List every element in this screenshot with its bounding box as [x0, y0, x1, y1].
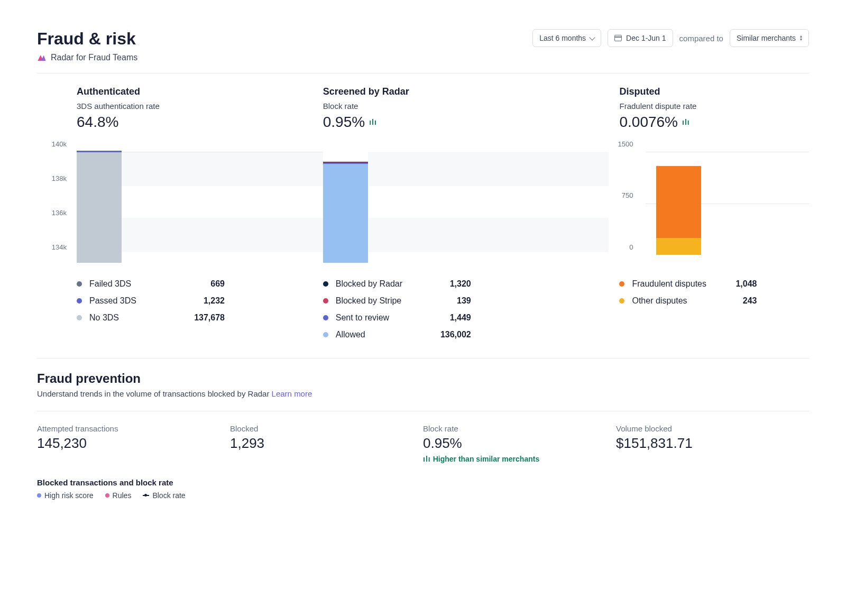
- stat-value: 1,293: [230, 435, 423, 452]
- blocked-legend: Blocked transactions and block rate High…: [37, 478, 809, 500]
- trend-up-icon: ılı: [682, 118, 690, 126]
- y-tick: 140k: [37, 140, 67, 148]
- divider: [37, 73, 809, 73]
- legend-dot: [37, 493, 41, 498]
- stat-attempted: Attempted transactions 145,230: [37, 424, 230, 463]
- chart-disputed: 15007500 Fraudulent disputes1,048Other d…: [609, 136, 809, 309]
- mini-legend-title: Blocked transactions and block rate: [37, 478, 809, 487]
- mini-legend-item: Block rate: [143, 491, 185, 500]
- metric-title: Disputed: [619, 86, 809, 97]
- y-tick: 0: [609, 243, 633, 251]
- metric-title: Screened by Radar: [323, 86, 609, 97]
- legend-line-icon: [143, 495, 149, 496]
- legend-value: 1,449: [450, 313, 471, 323]
- legend-dot: [323, 298, 328, 304]
- stat-value: 145,230: [37, 435, 230, 452]
- legend-value: 1,320: [450, 279, 471, 289]
- y-tick: 1500: [609, 140, 633, 148]
- bar-stack: [323, 162, 368, 263]
- legend-label: Block rate: [152, 491, 185, 500]
- title-block: Fraud & risk Radar for Fraud Teams: [37, 29, 137, 62]
- fraud-prevention-header: Fraud prevention Understand trends in th…: [37, 371, 809, 398]
- stat-note: ılıHigher than similar merchants: [423, 455, 616, 463]
- learn-more-link[interactable]: Learn more: [272, 389, 312, 398]
- metric-value: 64.8%: [77, 114, 323, 131]
- legend-row: Sent to review1,449: [323, 309, 492, 326]
- charts-row: 140k138k136k134k Failed 3DS669Passed 3DS…: [37, 136, 809, 343]
- metric-subtitle: Fradulent dispute rate: [619, 102, 809, 111]
- legend-value: 137,678: [194, 313, 225, 323]
- compared-to-label: compared to: [679, 34, 723, 43]
- calendar-icon: [614, 35, 622, 41]
- legend-row: No 3DS137,678: [77, 309, 246, 326]
- comparison-label: Similar merchants: [737, 34, 796, 42]
- date-range-selector[interactable]: Dec 1-Jun 1: [608, 29, 673, 47]
- metric-screened: Screened by Radar Block rate 0.95%ılı: [323, 86, 609, 131]
- bar-segment: [77, 152, 122, 263]
- bar-segment: [656, 238, 701, 255]
- chevron-down-icon: [589, 34, 595, 40]
- legend-label: Fraudulent disputes: [632, 279, 706, 289]
- legend-label: High risk score: [44, 491, 94, 500]
- legend-disputed: Fraudulent disputes1,048Other disputes24…: [619, 275, 809, 309]
- legend-dot: [77, 298, 82, 304]
- metric-subtitle: 3DS authentication rate: [77, 102, 323, 111]
- legend-dot: [323, 332, 328, 337]
- legend-row: Blocked by Stripe139: [323, 292, 492, 309]
- legend-label: Other disputes: [632, 296, 687, 306]
- stat-value: $151,831.71: [616, 435, 809, 452]
- legend-row: Failed 3DS669: [77, 275, 246, 292]
- stat-value: 0.95%: [423, 435, 616, 452]
- legend-value: 669: [210, 279, 225, 289]
- legend-row: Passed 3DS1,232: [77, 292, 246, 309]
- section-subtitle: Understand trends in the volume of trans…: [37, 389, 809, 398]
- bar-segment: [323, 164, 368, 263]
- trend-up-icon: ılı: [369, 118, 377, 126]
- radar-icon: [37, 53, 47, 62]
- legend-screened: Blocked by Radar1,320Blocked by Stripe13…: [323, 275, 609, 343]
- legend-value: 1,232: [204, 296, 225, 306]
- legend-label: Failed 3DS: [89, 279, 131, 289]
- legend-value: 136,002: [440, 330, 471, 339]
- legend-dot: [323, 281, 328, 287]
- metric-subtitle: Block rate: [323, 102, 609, 111]
- divider: [37, 358, 809, 358]
- legend-dot: [77, 315, 82, 320]
- y-tick: 134k: [37, 243, 67, 251]
- legend-row: Fraudulent disputes1,048: [619, 275, 778, 292]
- period-selector[interactable]: Last 6 months: [532, 29, 601, 47]
- bar-stack: [656, 166, 701, 255]
- chart-canvas-authenticated: [77, 136, 323, 263]
- mini-legend-item: High risk score: [37, 491, 94, 500]
- legend-row: Allowed136,002: [323, 326, 492, 343]
- legend-dot: [323, 315, 328, 320]
- legend-label: Rules: [113, 491, 132, 500]
- stat-label: Attempted transactions: [37, 424, 230, 433]
- legend-row: Other disputes243: [619, 292, 778, 309]
- y-axis-left: 140k138k136k134k: [37, 136, 74, 263]
- date-range-label: Dec 1-Jun 1: [626, 34, 666, 42]
- legend-label: Blocked by Radar: [336, 279, 402, 289]
- stat-blocked: Blocked 1,293: [230, 424, 423, 463]
- legend-authenticated: Failed 3DS669Passed 3DS1,232No 3DS137,67…: [77, 275, 323, 326]
- prevention-stats: Attempted transactions 145,230 Blocked 1…: [37, 411, 809, 463]
- metric-authenticated: Authenticated 3DS authentication rate 64…: [37, 86, 323, 131]
- y-tick: 136k: [37, 209, 67, 217]
- subtitle-row: Radar for Fraud Teams: [37, 53, 137, 62]
- stat-block-rate: Block rate 0.95% ılıHigher than similar …: [423, 424, 616, 463]
- metric-value: 0.0076%ılı: [619, 114, 809, 131]
- legend-label: Allowed: [336, 330, 365, 339]
- y-tick: 138k: [37, 174, 67, 182]
- legend-dot: [619, 281, 624, 287]
- mini-legend-item: Rules: [105, 491, 132, 500]
- stat-volume-blocked: Volume blocked $151,831.71: [616, 424, 809, 463]
- comparison-selector[interactable]: Similar merchants ▴▾: [730, 29, 809, 47]
- bar-stack: [77, 151, 122, 263]
- mini-legend-items: High risk scoreRulesBlock rate: [37, 491, 809, 500]
- legend-dot: [77, 281, 82, 287]
- header-controls: Last 6 months Dec 1-Jun 1 compared to Si…: [532, 29, 809, 47]
- y-axis-disputed: 15007500: [609, 136, 640, 263]
- metric-disputed: Disputed Fradulent dispute rate 0.0076%ı…: [609, 86, 809, 131]
- legend-label: No 3DS: [89, 313, 119, 323]
- updown-icon: ▴▾: [800, 35, 802, 41]
